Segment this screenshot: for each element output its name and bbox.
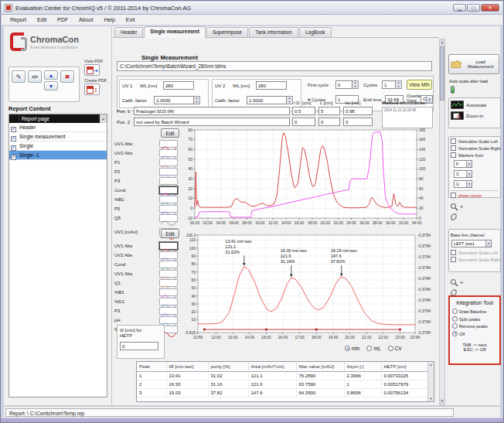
close-button[interactable]: ✕ xyxy=(481,4,499,12)
uv1-calib-spinner[interactable]: ▲▼ xyxy=(194,96,200,104)
analysis-chart[interactable]: 116.3110100908070605040302010-5.815-0.37… xyxy=(182,230,434,343)
tab-single-measurement[interactable]: Single measurement xyxy=(144,26,206,38)
scroll-up-icon[interactable]: ▲ xyxy=(440,39,444,46)
tab-tank-information[interactable]: Tank information xyxy=(249,27,298,37)
normalize-left-checkbox[interactable]: Normalize Scale Left xyxy=(451,138,499,144)
legend-wave-icon[interactable] xyxy=(159,177,178,185)
integration-option-remove-peaks[interactable]: Remove peaks xyxy=(452,323,497,329)
chart1-edit-button[interactable]: Edit xyxy=(161,128,179,138)
legend-wave-icon[interactable] xyxy=(159,214,178,222)
legend-item[interactable]: UV2 Abs xyxy=(114,251,182,260)
edit-report-button[interactable]: ✎ xyxy=(12,70,26,83)
page-checkbox[interactable] xyxy=(11,155,16,160)
table-scroll-up-icon[interactable]: ▲ xyxy=(100,114,107,123)
pos1-l-input[interactable] xyxy=(318,107,340,115)
legend-item[interactable]: %B1 xyxy=(114,288,182,297)
table-scrollbar[interactable]: ▲▼ xyxy=(427,362,434,401)
t0-hetp-input[interactable] xyxy=(120,342,158,350)
plus-icon[interactable]: + xyxy=(460,279,464,286)
legend-wave-icon[interactable] xyxy=(159,140,178,148)
menu-item-about[interactable]: About xyxy=(73,17,98,22)
move-down-button[interactable]: ▼ xyxy=(44,81,58,90)
pos2-vc-input[interactable] xyxy=(343,118,373,126)
menu-item-pdf[interactable]: PDF xyxy=(52,17,73,22)
baseline-channel-dropdown[interactable]: LEFT pos1▼ xyxy=(451,240,492,247)
legend-wave-icon[interactable] xyxy=(159,149,178,157)
legend-item[interactable]: UV1 Abs xyxy=(114,241,182,251)
legend-item[interactable]: Cond xyxy=(114,186,182,195)
maximize-button[interactable]: ▢ xyxy=(467,4,480,12)
legend-wave-icon[interactable] xyxy=(159,186,178,194)
legend-wave-icon[interactable] xyxy=(159,298,178,305)
integration-option-draw-baseline[interactable]: Draw Baseline xyxy=(452,309,497,314)
table-row[interactable]: 319:2937.82147.664.35000.86960.00756134 xyxy=(137,388,428,397)
table-row[interactable]: 113:4131.02121.176.28902.39660.00733225 xyxy=(137,371,428,380)
report-page-row[interactable]: Single xyxy=(9,142,107,151)
legend-wave-icon[interactable] xyxy=(159,288,178,296)
legend-wave-icon[interactable] xyxy=(159,168,178,176)
pos2-id-input[interactable] xyxy=(292,118,315,126)
scroll-down-icon[interactable]: ▼ xyxy=(440,398,444,404)
first-cycle-spinner[interactable]: ▲▼ xyxy=(352,80,359,89)
magnifier-plus-icon[interactable] xyxy=(450,283,458,288)
table-row[interactable]: 216:3031.16121.663.759010.00517979 xyxy=(137,380,428,388)
report-page-row[interactable]: Header xyxy=(9,123,107,132)
tab-header[interactable]: Header xyxy=(114,27,143,37)
marker-dropdown-f[interactable]: F▼ xyxy=(454,160,472,168)
menu-item-help[interactable]: Help xyxy=(98,17,120,22)
legend-item[interactable]: pH xyxy=(114,316,182,325)
autoscale-icon[interactable] xyxy=(451,101,464,109)
view-pdf-button[interactable]: ➜ xyxy=(84,64,100,76)
menu-item-report[interactable]: Report xyxy=(5,17,32,22)
uv2-calib-input[interactable] xyxy=(247,96,287,104)
overview-chart[interactable]: 80706050403020100-1018016014012010080604… xyxy=(182,127,434,229)
legend-item[interactable]: P1 xyxy=(114,158,182,167)
chart2-edit-button[interactable]: Edit xyxy=(161,229,179,238)
normalize-right-checkbox[interactable]: Normalize Scale Right xyxy=(451,145,499,151)
show-runner-checkbox[interactable]: show runner xyxy=(451,193,499,198)
plus-icon[interactable]: + xyxy=(460,203,464,210)
rename-button[interactable]: a|b xyxy=(28,70,42,83)
legend-wave-icon[interactable] xyxy=(159,251,178,259)
page-checkbox[interactable] xyxy=(11,127,16,132)
legend-item[interactable]: P2 xyxy=(114,167,182,176)
legend-item[interactable]: %D1 xyxy=(114,297,182,306)
pos2-l-input[interactable] xyxy=(318,118,340,126)
unit-radio-ml[interactable]: mL xyxy=(366,346,380,351)
legend-wave-icon[interactable] xyxy=(159,261,178,268)
legend-item[interactable]: Cond xyxy=(114,260,182,269)
legend-wave-icon[interactable] xyxy=(159,307,178,315)
legend-item[interactable]: UV1 Abs xyxy=(114,269,182,278)
legend-item[interactable]: UV2 Abs xyxy=(114,148,182,158)
zoom-in-icon[interactable] xyxy=(451,111,464,120)
legend-wave-icon[interactable] xyxy=(159,205,178,213)
legend-item[interactable]: Q1 xyxy=(114,278,182,288)
report-page-row[interactable]: Single measurement xyxy=(9,132,107,142)
pan-hand-icon[interactable] xyxy=(450,213,463,221)
measurement-file-path[interactable]: C:\Contichrom\Temp\BatchWizard_280nm.tdm… xyxy=(117,61,432,71)
menu-item-edit[interactable]: Edit xyxy=(32,17,52,22)
legend-wave-icon[interactable] xyxy=(159,159,178,166)
markers-from-checkbox[interactable]: Markers from xyxy=(451,152,499,158)
marker-dropdown-c[interactable]: C▼ xyxy=(454,170,472,178)
page-checkbox[interactable] xyxy=(11,136,16,142)
view-mth-button[interactable]: View Mth xyxy=(407,80,432,90)
uv2-calib-spinner[interactable]: ▲▼ xyxy=(287,96,293,104)
legend-item[interactable]: P3 xyxy=(114,176,182,186)
legend-item[interactable]: P5 xyxy=(114,204,182,213)
tab-superimpose[interactable]: Superimpose xyxy=(206,27,248,37)
legend-item[interactable]: %B1 xyxy=(114,195,182,204)
page-checkbox[interactable] xyxy=(11,145,16,151)
legend-wave-icon[interactable] xyxy=(159,316,178,324)
pos1-vc-input[interactable] xyxy=(343,107,373,115)
integration-option-split-peaks[interactable]: Split peaks xyxy=(452,316,497,322)
delete-page-button[interactable]: ✖ xyxy=(60,70,74,83)
legend-item[interactable]: Q5 xyxy=(114,213,182,223)
menu-item-exit[interactable]: Exit xyxy=(121,17,141,22)
integration-option-off[interactable]: Off xyxy=(452,331,497,336)
pos1-id-input[interactable] xyxy=(292,107,315,115)
tab-logbook[interactable]: LogBook xyxy=(299,27,332,37)
marker-dropdown-u[interactable]: U▼ xyxy=(454,180,472,188)
legend-wave-icon[interactable] xyxy=(159,279,178,287)
move-up-button[interactable]: ▲ xyxy=(44,70,58,80)
